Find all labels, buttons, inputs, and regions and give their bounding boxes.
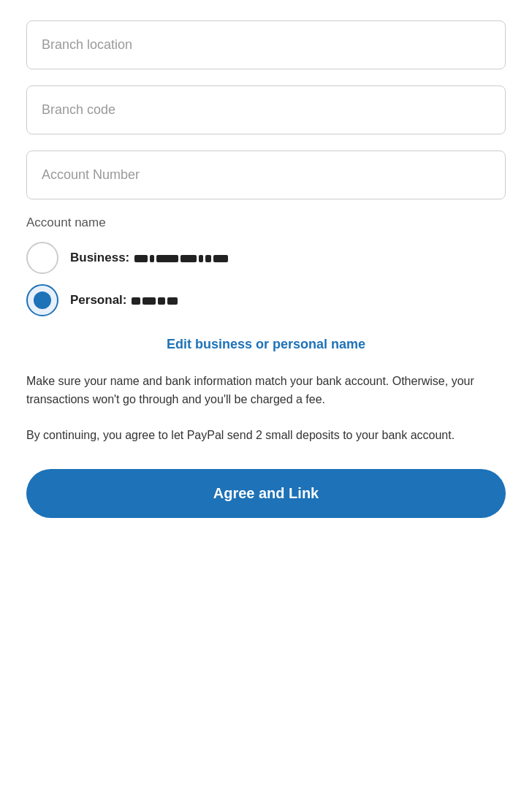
account-number-input[interactable]	[26, 150, 506, 199]
business-radio-option[interactable]: Business:	[26, 242, 506, 274]
business-radio-button[interactable]	[26, 242, 58, 274]
info-text-1: Make sure your name and bank information…	[26, 373, 506, 409]
personal-label-bold: Personal:	[70, 293, 126, 307]
account-type-radio-group: Business: Personal:	[26, 242, 506, 316]
personal-radio-inner	[34, 291, 51, 309]
business-label-bold: Business:	[70, 251, 129, 264]
agree-and-link-button[interactable]: Agree and Link	[26, 469, 506, 518]
branch-code-input[interactable]	[26, 85, 506, 134]
business-label-blurred	[134, 255, 228, 262]
personal-label-blurred	[132, 297, 178, 305]
info-text-2: By continuing, you agree to let PayPal s…	[26, 427, 506, 445]
edit-name-link[interactable]: Edit business or personal name	[26, 337, 506, 352]
personal-radio-option[interactable]: Personal:	[26, 284, 506, 316]
account-name-label: Account name	[26, 216, 506, 230]
personal-radio-button[interactable]	[26, 284, 58, 316]
branch-location-input[interactable]	[26, 20, 506, 69]
business-radio-label: Business:	[70, 251, 228, 265]
personal-radio-label: Personal:	[70, 293, 178, 308]
